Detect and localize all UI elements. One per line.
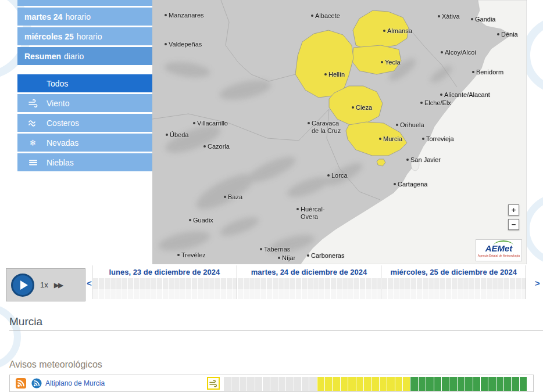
city-name: Benidorm	[476, 69, 503, 76]
region-title: Murcia	[9, 315, 42, 328]
city-dot	[422, 138, 424, 140]
city-dot	[166, 134, 168, 136]
city-label: Baza	[224, 193, 242, 201]
city-label: Alcoy/Alcoi	[441, 49, 476, 56]
city-dot	[406, 159, 409, 161]
city-name: Cazorla	[208, 143, 230, 150]
sidebar-filter-nieblas[interactable]: Nieblas	[17, 153, 152, 171]
city-dot	[189, 219, 191, 221]
play-icon	[20, 280, 28, 290]
sidebar-filter-costeros[interactable]: Costeros	[17, 114, 152, 132]
button-label: diario	[64, 52, 84, 61]
city-dot	[327, 174, 330, 177]
warning-segment-gray	[263, 377, 270, 391]
city-dot	[296, 208, 299, 210]
timeline-day-header[interactable]: lunes, 23 de diciembre de 2024	[92, 265, 237, 278]
play-button[interactable]	[11, 274, 34, 297]
city-dot	[438, 15, 440, 17]
city-label: Valdepeñas	[165, 41, 202, 48]
city-label: Manzanares	[165, 12, 204, 19]
button-label: Todos	[47, 79, 68, 88]
city-label: Carboneras	[307, 252, 344, 260]
sidebar-filter-viento[interactable]: Viento	[17, 94, 152, 112]
sidebar-button-resumen-diario[interactable]: Resumen diario	[17, 47, 152, 65]
city-label: Níjar	[278, 254, 295, 262]
timeline-prev-button[interactable]: <	[87, 278, 92, 288]
warning-segment-gray	[309, 377, 316, 391]
warning-segment-green	[442, 377, 449, 391]
aemet-logo: AEMet Agencia Estatal de Meteorología	[476, 239, 522, 261]
sidebar-filter-nevadas[interactable]: ❄ Nevadas	[17, 134, 152, 152]
city-dot	[471, 18, 473, 20]
wave-icon	[28, 118, 38, 128]
fog-icon	[28, 157, 38, 167]
sidebar-button-partial[interactable]	[17, 0, 152, 6]
city-dot	[324, 73, 327, 75]
warning-segment-gray	[247, 377, 254, 391]
fast-forward-button[interactable]: ▶▶	[54, 281, 62, 289]
city-label: San Javier	[406, 156, 441, 164]
timeline-column-day3: miércoles, 25 de diciembre de 2024	[381, 265, 526, 299]
aemet-logo-subtext: Agencia Estatal de Meteorología	[478, 254, 520, 257]
city-label: Almansa	[383, 27, 412, 35]
rss-feed-icon[interactable]	[31, 378, 42, 389]
timeline-column-day1: lunes, 23 de diciembre de 2024	[92, 265, 237, 299]
warning-segment-yellow	[380, 377, 387, 391]
speed-label[interactable]: 1x	[40, 280, 48, 289]
city-label: Murcia	[379, 135, 402, 143]
timeline-next-button[interactable]: >	[535, 278, 540, 288]
button-label-bold: Resumen	[24, 52, 61, 61]
city-dot	[381, 61, 383, 63]
city-label: Albacete	[311, 12, 340, 20]
timeline-day-header[interactable]: martes, 24 de diciembre de 2024	[237, 265, 381, 278]
zoom-in-button[interactable]: +	[508, 204, 519, 215]
sidebar-button-martes-horario[interactable]: martes 24 horario	[17, 8, 152, 26]
warning-segment-yellow	[325, 377, 332, 391]
warning-segment-green	[504, 377, 511, 391]
warning-segment-green	[426, 377, 433, 391]
rss-icon[interactable]	[16, 378, 26, 389]
city-dot	[352, 106, 354, 109]
city-label: Dénia	[497, 31, 518, 38]
warning-segment-gray	[240, 377, 247, 391]
warnings-title: Avisos meteorológicos	[9, 359, 102, 370]
zoom-controls: + −	[508, 204, 519, 230]
warning-segment-gray	[286, 377, 293, 391]
zoom-out-button[interactable]: −	[508, 219, 519, 230]
city-label: Úbeda	[166, 131, 188, 139]
city-label: Torrevieja	[422, 135, 454, 143]
city-label: Cieza	[352, 104, 372, 112]
city-dot	[440, 93, 442, 96]
timeline-day-header[interactable]: miércoles, 25 de diciembre de 2024	[381, 265, 526, 278]
button-label-bold: martes 24	[24, 12, 62, 21]
city-dot	[177, 254, 180, 256]
warning-segments	[224, 377, 527, 391]
divider	[9, 330, 543, 330]
city-name: Manzanares	[169, 12, 204, 19]
warning-map[interactable]: ManzanaresAlbaceteAlmansaXàtivaGandiaDén…	[152, 0, 527, 264]
sidebar: martes 24 horario miércoles 25 horario R…	[17, 0, 152, 173]
sidebar-button-miercoles-horario[interactable]: miércoles 25 horario	[17, 27, 152, 45]
sidebar-filter-todos[interactable]: Todos	[17, 74, 152, 92]
wind-warning-icon	[207, 377, 220, 390]
city-name: Alicante/Alacant	[444, 91, 490, 99]
city-dot	[260, 248, 262, 250]
warning-segment-green	[419, 377, 426, 391]
warning-segment-green	[449, 377, 456, 391]
zone-link[interactable]: Altiplano de Murcia	[45, 379, 105, 387]
button-label: Costeros	[47, 118, 79, 128]
city-name: Murcia	[383, 135, 402, 143]
city-dot	[396, 124, 398, 126]
city-name: Torrevieja	[426, 135, 454, 143]
city-dot	[203, 145, 206, 148]
aemet-logo-arc	[494, 240, 513, 246]
button-label: horario	[65, 12, 91, 21]
city-dot	[441, 51, 443, 53]
city-name: San Javier	[410, 156, 441, 164]
timeline: lunes, 23 de diciembre de 2024 martes, 2…	[92, 265, 526, 299]
warning-segment-gray	[270, 377, 277, 391]
warning-segment-green	[481, 377, 488, 391]
city-name: Elche/Elx	[424, 99, 451, 107]
warning-segment-green	[410, 377, 417, 391]
warning-segment-gray	[302, 377, 309, 391]
